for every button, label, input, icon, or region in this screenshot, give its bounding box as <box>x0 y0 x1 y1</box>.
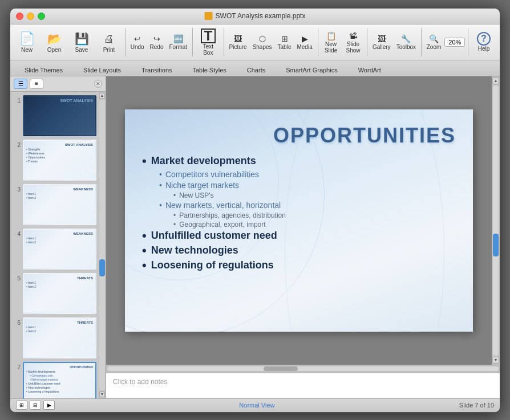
left-scroll-area: 1 SWOT ANALYSIS 2 SWOT ANALYSIS <box>10 92 106 398</box>
bullet-partnerships: Partnerships, agencies, distribution <box>173 211 462 219</box>
window-title: SWOT Analysis example.pptx <box>205 12 306 20</box>
left-panel-scrollbar[interactable]: ▲ ▼ <box>99 92 106 398</box>
bullet-new-technologies: New technologies <box>142 244 462 257</box>
undo-label: Undo <box>131 44 144 50</box>
slide-num-6: 6 <box>13 317 21 326</box>
redo-button[interactable]: ↪ Redo <box>148 32 166 51</box>
slide-num-2: 2 <box>13 140 21 148</box>
gallery-button[interactable]: 🖼 Gallery <box>370 32 393 51</box>
tab-transitions[interactable]: Transitions <box>132 64 181 76</box>
format-button[interactable]: 🔤 Format <box>167 32 189 51</box>
separator-3 <box>224 28 224 56</box>
print-icon: 🖨 <box>101 31 117 47</box>
slide-canvas[interactable]: OPPORTUNITIES Market developments Compet… <box>125 109 473 332</box>
v-scroll-thumb[interactable] <box>493 234 499 256</box>
slide-preview-7: OPPORTUNITIES • Market developments • Co… <box>23 362 96 398</box>
print-button[interactable]: 🖨 Print <box>98 29 120 55</box>
picture-icon: 🖼 <box>233 34 243 44</box>
redo-label: Redo <box>150 44 164 50</box>
open-button[interactable]: 📂 Open <box>43 29 65 55</box>
notes-area[interactable]: Click to add notes <box>106 373 500 398</box>
slides-panel: ☰ ≡ ✕ 1 SWOT ANALYSIS <box>10 76 106 398</box>
tab-smartart[interactable]: SmartArt Graphics <box>276 64 347 76</box>
zoom-button[interactable]: 🔍 Zoom <box>424 32 444 51</box>
slides-view-button[interactable]: ☰ <box>14 79 27 89</box>
slide-preview-3: WEAKNESS • Item 1 • Item 2 <box>23 184 96 225</box>
slide-canvas-wrapper: OPPORTUNITIES Market developments Compet… <box>106 76 492 365</box>
slideshow-view-icon[interactable]: ▶ <box>43 401 55 410</box>
view-icons: ⊞ ⊟ ▶ <box>16 401 55 410</box>
bullet-unfulfilled: Unfulfilled customer need <box>142 230 462 242</box>
slide-title: OPPORTUNITIES <box>273 124 456 148</box>
grid-view-icon[interactable]: ⊟ <box>30 401 41 410</box>
slideshow-button[interactable]: 📽 Slide Show <box>342 30 364 55</box>
app-window: SWOT Analysis example.pptx 📄 New 📂 Open … <box>10 8 500 413</box>
scroll-down-arrow[interactable]: ▼ <box>99 392 105 397</box>
format-icon: 🔤 <box>173 34 183 44</box>
slideshow-icon: 📽 <box>348 31 358 41</box>
toolbar-undoredo-group: ↩ Undo ↪ Redo 🔤 Format <box>128 32 189 51</box>
help-button[interactable]: ? Help <box>473 30 494 54</box>
save-icon: 💾 <box>74 31 90 47</box>
slide-row: 📋 New Slide 📽 Slide Show <box>321 30 364 55</box>
new-label: New <box>21 47 33 53</box>
tab-charts[interactable]: Charts <box>237 64 275 76</box>
slide-thumb-7[interactable]: 7 OPPORTUNITIES • Market developments • … <box>13 362 96 398</box>
slide-thumb-5[interactable]: 5 THREATS • Item 1 • Item 2 <box>13 273 96 314</box>
textbox-button[interactable]: T Text Box <box>198 27 218 58</box>
left-scroll-thumb[interactable] <box>99 259 105 276</box>
save-label: Save <box>75 47 88 53</box>
status-bar: ⊞ ⊟ ▶ Normal View Slide 7 of 10 <box>10 398 500 412</box>
separator-1 <box>125 28 126 56</box>
view-row: 🖼 Gallery 🔧 Toolbox <box>370 32 418 51</box>
scroll-up-arrow[interactable]: ▲ <box>99 93 105 99</box>
table-icon: ⊞ <box>280 34 290 44</box>
toolbar-save-group: 💾 Save <box>68 29 95 55</box>
scroll-up-arrow-right[interactable]: ▲ <box>492 78 499 84</box>
toolbox-button[interactable]: 🔧 Toolbox <box>394 32 418 51</box>
save-button[interactable]: 💾 Save <box>71 29 92 55</box>
slide-preview-1: SWOT ANALYSIS <box>23 95 96 136</box>
bullet-niche: Niche target markets <box>159 181 462 190</box>
slide-num-5: 5 <box>13 273 21 282</box>
slide-preview-2: SWOT ANALYSIS • Strengths • Weaknesses •… <box>23 140 96 181</box>
outline-view-button[interactable]: ≡ <box>30 79 43 89</box>
main-area: ☰ ≡ ✕ 1 SWOT ANALYSIS <box>10 76 500 398</box>
slide-thumb-2[interactable]: 2 SWOT ANALYSIS • Strengths • Weaknesses… <box>13 140 96 181</box>
slide-thumb-4[interactable]: 4 WEAKNESS • Item 1 • Item 2 <box>13 229 96 270</box>
zoom-value[interactable]: 20% <box>444 38 465 47</box>
slide-preview-6: THREATS • Item 1 • Item 2 <box>23 317 96 358</box>
bullet-geographical: Geographical, export, import <box>173 221 462 229</box>
picture-button[interactable]: 🖼 Picture <box>227 32 249 51</box>
textbox-label: Text Box <box>201 43 216 56</box>
tab-table-styles[interactable]: Table Styles <box>183 64 236 76</box>
h-scrollbar <box>106 365 500 373</box>
toolbar-slide-group: 📋 New Slide 📽 Slide Show <box>321 30 364 55</box>
panel-close-button[interactable]: ✕ <box>94 80 102 88</box>
scroll-down-arrow-right[interactable]: ▼ <box>492 357 499 364</box>
minimize-button[interactable] <box>27 13 34 20</box>
media-icon: ▶ <box>299 34 310 44</box>
tab-slide-themes[interactable]: Slide Themes <box>15 64 72 76</box>
undo-button[interactable]: ↩ Undo <box>128 32 147 51</box>
normal-view-icon[interactable]: ⊞ <box>16 401 27 410</box>
toolbar-view-group: 🖼 Gallery 🔧 Toolbox <box>370 32 418 51</box>
table-button[interactable]: ⊞ Table <box>276 32 294 51</box>
slide-thumb-3[interactable]: 3 WEAKNESS • Item 1 • Item 2 <box>13 184 96 225</box>
shapes-button[interactable]: ⬡ Shapes <box>250 32 274 51</box>
slide-preview-5: THREATS • Item 1 • Item 2 <box>23 273 96 314</box>
close-button[interactable] <box>16 13 23 20</box>
separator-2 <box>192 28 193 56</box>
slide-thumb-1[interactable]: 1 SWOT ANALYSIS <box>13 95 96 136</box>
new-button[interactable]: 📄 New <box>16 29 38 55</box>
slide-preview-4: WEAKNESS • Item 1 • Item 2 <box>23 229 96 270</box>
tab-wordart[interactable]: WordArt <box>349 64 391 76</box>
h-scroll-thumb[interactable] <box>264 366 298 371</box>
media-button[interactable]: ▶ Media <box>294 32 314 51</box>
maximize-button[interactable] <box>38 13 45 20</box>
shapes-icon: ⬡ <box>257 34 268 44</box>
slide-thumb-6[interactable]: 6 THREATS • Item 1 • Item 2 <box>13 317 96 358</box>
newslide-button[interactable]: 📋 New Slide <box>321 30 341 55</box>
toolbar-insert-group: 🖼 Picture ⬡ Shapes ⊞ Table ▶ Media <box>227 32 315 51</box>
tab-slide-layouts[interactable]: Slide Layouts <box>74 64 131 76</box>
